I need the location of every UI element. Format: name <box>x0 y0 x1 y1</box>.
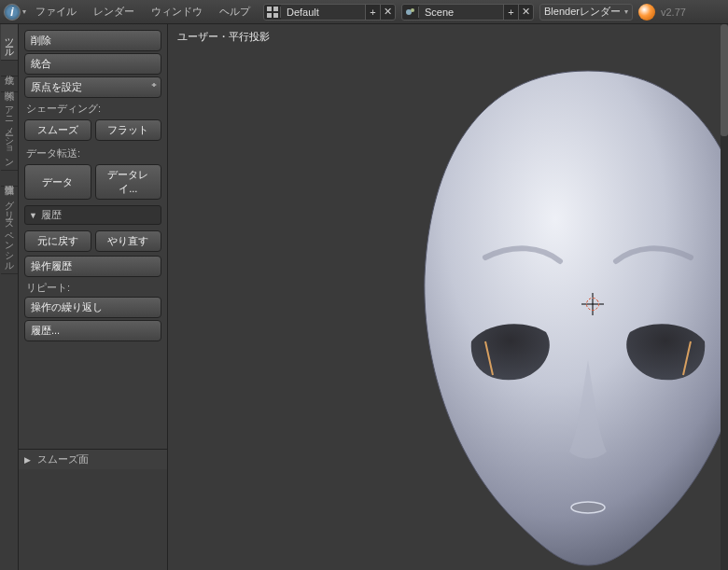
tab-tools[interactable]: ツール <box>1 24 18 61</box>
menu-file[interactable]: ファイル <box>28 1 84 22</box>
tab-gpencil[interactable]: グリースペンシル <box>1 187 18 274</box>
info-icon[interactable]: i <box>4 4 21 21</box>
svg-point-6 <box>571 502 605 513</box>
data-button[interactable]: データ <box>24 164 91 200</box>
operator-panel-header[interactable]: ▶ スムーズ面 <box>19 449 167 469</box>
layout-remove-button[interactable]: ✕ <box>380 5 395 20</box>
blender-logo-icon <box>638 4 655 21</box>
renderer-label: Blenderレンダー <box>544 5 621 19</box>
layout-field[interactable]: Default + ✕ <box>263 4 396 21</box>
operator-title: スムーズ面 <box>37 453 89 465</box>
delete-button[interactable]: 削除 <box>24 30 161 51</box>
tab-physics[interactable]: 物理演算 <box>1 171 18 187</box>
chevron-down-icon[interactable]: ▾ <box>22 7 26 16</box>
shading-label: シェーディング: <box>26 102 161 116</box>
history-panel-header[interactable]: ▼ 履歴 <box>24 205 161 225</box>
layout-add-button[interactable]: + <box>365 5 380 20</box>
renderer-dropdown[interactable]: Blenderレンダー ▾ <box>539 4 633 21</box>
menu-render[interactable]: レンダー <box>86 1 142 22</box>
set-origin-dropdown[interactable]: 原点を設定 <box>24 76 161 98</box>
scene-remove-button[interactable]: ✕ <box>518 5 533 20</box>
viewport-label: ユーザー・平行投影 <box>177 30 270 44</box>
3d-head-mesh <box>345 62 728 570</box>
triangle-right-icon: ▶ <box>24 455 31 465</box>
history-menu-button[interactable]: 履歴... <box>24 320 161 341</box>
repeat-label: リピート: <box>26 281 161 295</box>
history-list-button[interactable]: 操作履歴 <box>24 256 161 277</box>
tool-tabs: ツール 作成 関係 アニメーション 物理演算 グリースペンシル <box>0 24 19 570</box>
join-button[interactable]: 統合 <box>24 53 161 75</box>
viewport-scrollbar[interactable] <box>721 24 728 570</box>
tool-panel: 削除 統合 原点を設定 シェーディング: スムーズ フラット データ転送: デー… <box>19 24 168 570</box>
menu-help[interactable]: ヘルプ <box>212 1 258 22</box>
svg-rect-0 <box>267 7 272 11</box>
svg-rect-1 <box>273 7 278 11</box>
menu-window[interactable]: ウィンドウ <box>144 1 210 22</box>
layout-name[interactable]: Default <box>281 5 365 20</box>
redo-button[interactable]: やり直す <box>95 230 162 252</box>
undo-button[interactable]: 元に戻す <box>24 230 91 252</box>
history-title: 履歴 <box>41 208 62 222</box>
svg-rect-3 <box>273 13 278 18</box>
svg-rect-2 <box>267 13 272 18</box>
3d-viewport[interactable]: ユーザー・平行投影 <box>168 24 728 570</box>
triangle-down-icon: ▼ <box>29 211 37 220</box>
data-layout-button[interactable]: データレイ... <box>95 164 162 200</box>
flat-button[interactable]: フラット <box>95 119 162 141</box>
repeat-op-button[interactable]: 操作の繰り返し <box>24 297 161 318</box>
scene-name[interactable]: Scene <box>419 5 503 20</box>
scrollbar-thumb[interactable] <box>721 24 728 136</box>
scene-add-button[interactable]: + <box>503 5 518 20</box>
tab-relations[interactable]: 関係 <box>1 76 18 92</box>
data-transfer-label: データ転送: <box>26 146 161 160</box>
tab-create[interactable]: 作成 <box>1 61 18 76</box>
layout-grid-icon <box>264 7 281 18</box>
scene-icon <box>402 7 419 18</box>
smooth-button[interactable]: スムーズ <box>24 119 91 141</box>
version-label: v2.77 <box>661 7 686 18</box>
tab-animation[interactable]: アニメーション <box>1 92 18 171</box>
operator-panel-body <box>19 469 167 571</box>
chevron-updown-icon: ▾ <box>624 7 628 16</box>
svg-point-5 <box>411 8 414 12</box>
scene-field[interactable]: Scene + ✕ <box>401 4 534 21</box>
top-header: i ▾ ファイル レンダー ウィンドウ ヘルプ Default + ✕ Scen… <box>0 0 728 24</box>
